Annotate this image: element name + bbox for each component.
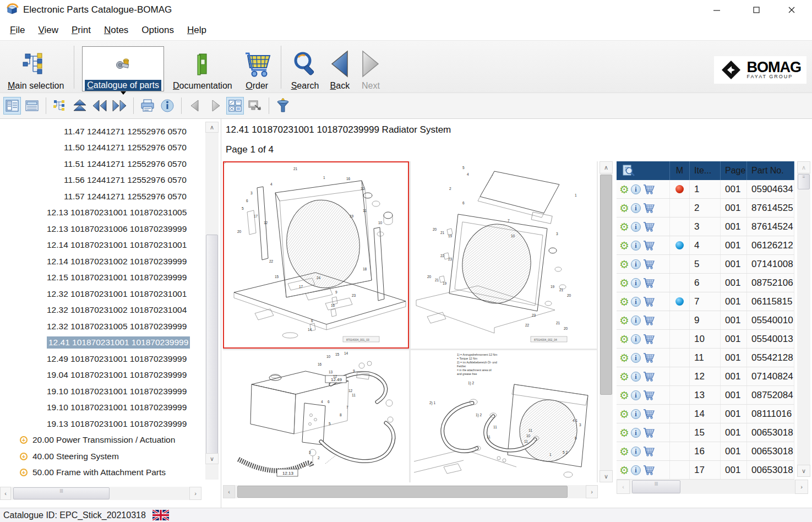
order-button[interactable]: Order [241, 48, 273, 91]
info-icon[interactable]: i [631, 259, 641, 269]
info-icon[interactable]: i [631, 390, 641, 400]
settings-gear-icon[interactable]: ⚙ [619, 240, 629, 251]
settings-gear-icon[interactable]: ⚙ [619, 296, 629, 307]
tile-windows-icon[interactable] [226, 97, 244, 115]
info-icon[interactable]: i [631, 241, 641, 251]
settings-gear-icon[interactable]: ⚙ [619, 465, 629, 476]
tree-item[interactable]: 12.32 101870231001 101870231001 [0, 286, 203, 302]
export-icon[interactable] [246, 97, 264, 115]
scroll-thumb[interactable] [237, 486, 568, 498]
parts-table-row[interactable]: ⚙ i 500107141008 [617, 255, 794, 274]
scroll-right-button[interactable]: › [189, 487, 201, 500]
info-icon[interactable]: i [631, 428, 641, 438]
add-to-cart-icon[interactable] [642, 390, 656, 400]
info-icon[interactable]: i [631, 372, 641, 382]
add-to-cart-icon[interactable] [642, 334, 656, 344]
tree-item[interactable]: 11.50 12441271 12552976 0570 [0, 140, 203, 156]
parts-table-row[interactable]: ⚙ i 400106126212 [617, 236, 794, 255]
scroll-thumb[interactable]: ||| [632, 480, 680, 493]
settings-gear-icon[interactable]: ⚙ [619, 446, 629, 457]
diagram-expansion-tank[interactable]: 12.49 12.13 1015141613129121178465321 [223, 350, 409, 482]
tree-item[interactable]: 11.56 12441271 12552976 0570 [0, 172, 203, 189]
scroll-thumb[interactable] [600, 175, 612, 395]
col-header-page[interactable]: Page [721, 161, 747, 180]
parts-table-row[interactable]: ⚙ i 900105540010 [617, 311, 794, 330]
tree-vscrollbar[interactable]: ∧ ∨ [205, 122, 219, 480]
tree-item[interactable]: 19.13 101870231001 101870239999 [0, 416, 203, 432]
tree-item[interactable]: 12.13 101870231001 101870231005 [0, 205, 203, 221]
add-to-cart-icon[interactable] [642, 296, 656, 307]
tree-item[interactable]: 19.10 101870231001 101870239999 [0, 400, 203, 416]
scroll-left-button[interactable]: ‹ [617, 480, 630, 494]
double-left-icon[interactable] [91, 97, 108, 115]
settings-gear-icon[interactable]: ⚙ [619, 203, 629, 214]
info-icon[interactable] [159, 97, 176, 115]
parts-table-row[interactable]: ⚙ i 1400108111016 [617, 405, 794, 423]
settings-gear-icon[interactable]: ⚙ [619, 184, 629, 195]
info-icon[interactable]: i [631, 184, 641, 194]
settings-gear-icon[interactable]: ⚙ [619, 427, 629, 438]
tree-item[interactable]: 19.10 101870231001 101870239999 [0, 383, 203, 400]
settings-gear-icon[interactable]: ⚙ [619, 409, 629, 420]
scroll-right-button[interactable]: › [586, 485, 598, 498]
back-button[interactable]: Back [328, 48, 352, 91]
add-to-cart-icon[interactable] [642, 409, 656, 419]
scroll-down-button[interactable]: ∨ [205, 453, 219, 464]
maximize-button[interactable] [744, 0, 769, 20]
text-list-icon[interactable] [23, 97, 41, 115]
scroll-left-button[interactable]: ‹ [0, 487, 11, 500]
tree-item[interactable]: +50.00 Frame with Attachment Parts [0, 465, 203, 481]
add-to-cart-icon[interactable] [642, 278, 656, 288]
settings-gear-icon[interactable]: ⚙ [619, 315, 629, 326]
diagram-radiator-hoses[interactable]: 1) = Anzugsdrehmoment 12 Nm = Torque 12 … [411, 350, 597, 482]
tree-item[interactable]: 11.51 12441271 12552976 0570 [0, 156, 203, 172]
menu-notes[interactable]: Notes [97, 23, 135, 38]
col-header-m[interactable]: M [670, 161, 690, 180]
settings-gear-icon[interactable]: ⚙ [619, 221, 629, 232]
tree-item[interactable]: 12.41 101870231001 101870239999 [0, 335, 203, 351]
scroll-left-button[interactable]: ‹ [223, 485, 235, 498]
main-selection-button[interactable]: Main selection [6, 48, 66, 91]
add-to-cart-icon[interactable] [642, 259, 656, 269]
info-icon[interactable]: i [631, 334, 641, 344]
col-header-part-no[interactable]: Part No. [747, 161, 794, 180]
parts-table-row[interactable]: ⚙ i 1300108752084 [617, 386, 794, 405]
parts-table-row[interactable]: ⚙ i 1500100653018 [617, 423, 794, 442]
settings-gear-icon[interactable]: ⚙ [619, 334, 629, 345]
add-to-cart-icon[interactable] [642, 203, 656, 213]
minimize-button[interactable] [704, 0, 729, 20]
parts-search-header-cell[interactable] [617, 161, 670, 180]
tree-hscrollbar[interactable]: ‹ ||| › [0, 487, 201, 500]
double-right-icon[interactable] [111, 97, 128, 115]
tree-item[interactable]: 12.15 101870231001 101870239999 [0, 270, 203, 286]
diagram-hscrollbar[interactable]: ‹ › [223, 485, 598, 498]
next-page-icon[interactable] [206, 97, 224, 115]
parts-table-row[interactable]: ⚙ i 600108752106 [617, 274, 794, 292]
menu-help[interactable]: Help [181, 23, 213, 38]
parts-table-row[interactable]: ⚙ i 1000105540013 [617, 330, 794, 349]
settings-gear-icon[interactable]: ⚙ [619, 259, 629, 270]
info-icon[interactable]: i [631, 409, 641, 419]
scroll-thumb[interactable]: ≡ [798, 174, 810, 189]
add-to-cart-icon[interactable] [642, 315, 656, 325]
tree-item[interactable]: 11.57 12441271 12552976 0570 [0, 188, 203, 205]
filter-icon[interactable] [274, 97, 292, 115]
scroll-thumb[interactable]: ||| [13, 487, 110, 499]
next-button[interactable]: Next [358, 48, 383, 91]
add-to-cart-icon[interactable] [642, 465, 656, 475]
tree-item[interactable]: 12.14 101870231001 101870231001 [0, 237, 203, 254]
tree-item[interactable]: 12.32 101870231005 101870239999 [0, 318, 203, 335]
search-button[interactable]: Search [289, 48, 321, 91]
panel-list-icon[interactable] [3, 97, 21, 115]
documentation-button[interactable]: Documentation [171, 48, 235, 91]
info-icon[interactable]: i [631, 297, 641, 307]
parts-hscrollbar[interactable]: ‹ ||| › [617, 480, 808, 494]
scroll-thumb[interactable] [206, 235, 218, 463]
info-icon[interactable]: i [631, 203, 641, 213]
parts-table-row[interactable]: ⚙ i 300187614524 [617, 218, 794, 236]
parts-table-row[interactable]: ⚙ i 700106115815 [617, 292, 794, 311]
menu-print[interactable]: Print [65, 23, 97, 38]
scroll-up-button[interactable]: ∧ [205, 122, 219, 133]
settings-gear-icon[interactable]: ⚙ [619, 371, 629, 382]
add-to-cart-icon[interactable] [642, 240, 656, 251]
